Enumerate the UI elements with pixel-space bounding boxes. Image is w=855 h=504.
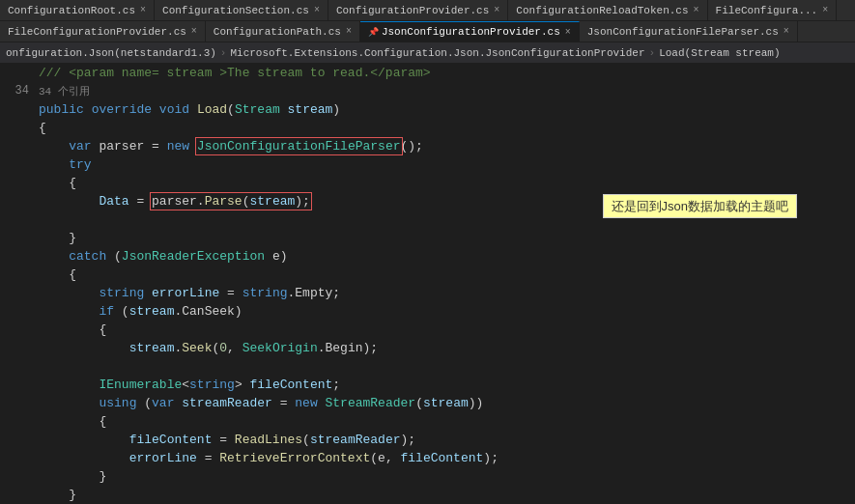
code-line-using: using (var streamReader = new StreamRead… [0, 394, 855, 412]
close-icon[interactable]: × [346, 26, 352, 37]
code-line-using-close: } [0, 467, 855, 486]
tab-label: JsonConfigurationFileParser.cs [587, 26, 779, 38]
code-line-comment: /// <param name= stream >The stream to r… [0, 64, 855, 82]
code-line-retrieveerror: errorLine = RetrieveErrorContext(e, file… [0, 449, 855, 467]
breadcrumb-part3[interactable]: Load(Stream stream) [659, 47, 780, 59]
tab-configurationreloadtoken[interactable]: ConfigurationReloadToken.cs × [508, 0, 707, 21]
tab-configurationroot[interactable]: ConfigurationRoot.cs × [0, 0, 155, 21]
tab-jsonconfigprovider[interactable]: 📌 JsonConfigurationProvider.cs × [360, 21, 580, 42]
tab-label: ConfigurationRoot.cs [8, 5, 135, 16]
breadcrumb-part1[interactable]: onfiguration.Json(netstandard1.3) [6, 47, 216, 59]
code-line-catch-open: { [0, 266, 855, 284]
close-icon[interactable]: × [784, 26, 789, 37]
code-line-parser-init: var parser = new JsonConfigurationFilePa… [0, 137, 855, 155]
code-line-method-sig: public override void Load(Stream stream) [0, 100, 855, 119]
close-icon[interactable]: × [191, 26, 197, 37]
close-icon[interactable]: × [494, 5, 499, 15]
tab-configpath[interactable]: ConfigurationPath.cs × [206, 21, 360, 42]
code-line-ienumerable: IEnumerable<string> fileContent; [0, 376, 855, 394]
pin-icon: 📌 [368, 27, 379, 38]
code-line-using-open: { [0, 412, 855, 431]
close-icon[interactable]: × [314, 5, 320, 15]
breadcrumb-part2[interactable]: Microsoft.Extensions.Configuration.Json.… [230, 47, 644, 59]
code-line-parse: Data = parser.Parse(stream); 还是回到Json数据加… [0, 192, 855, 229]
code-area: /// <param name= stream >The stream to r… [0, 64, 855, 504]
tab-configurationsection[interactable]: ConfigurationSection.cs × [155, 0, 328, 21]
tab-bar-row1: ConfigurationRoot.cs × ConfigurationSect… [0, 0, 855, 21]
code-line-try-open: { [0, 174, 855, 192]
code-line-try: try [0, 155, 855, 174]
tab-configurationprovider[interactable]: ConfigurationProvider.cs × [328, 0, 508, 21]
code-line-try-close: } [0, 229, 855, 247]
breadcrumb: onfiguration.Json(netstandard1.3) › Micr… [0, 42, 855, 64]
breadcrumb-sep1: › [220, 47, 227, 59]
tab-label: ConfigurationSection.cs [162, 5, 309, 16]
tab-label: ConfigurationProvider.cs [336, 5, 489, 16]
tab-bar-row2: FileConfigurationProvider.cs × Configura… [0, 21, 855, 42]
close-icon[interactable]: × [694, 5, 699, 15]
close-icon[interactable]: × [565, 27, 571, 38]
code-line-catch-close: } [0, 486, 855, 504]
code-line-if-open: { [0, 321, 855, 339]
tab-label: FileConfigurationProvider.cs [8, 26, 186, 38]
code-line-catch: catch (JsonReaderException e) [0, 247, 855, 266]
tab-fileconfig[interactable]: FileConfigura... × [708, 0, 838, 21]
tab-fileconfigprovider[interactable]: FileConfigurationProvider.cs × [0, 21, 206, 42]
tab-jsonconfigfileparser[interactable]: JsonConfigurationFileParser.cs × [580, 21, 798, 42]
tab-label: ConfigurationReloadToken.cs [516, 5, 688, 16]
tab-label: ConfigurationPath.cs [214, 26, 341, 38]
code-editor: /// <param name= stream >The stream to r… [0, 64, 855, 504]
annotation-bubble: 还是回到Json数据加载的主题吧 [603, 194, 797, 218]
code-line-readlines: fileContent = ReadLines(streamReader); [0, 431, 855, 449]
code-line-seek: stream.Seek(0, SeekOrigin.Begin); [0, 339, 855, 357]
code-line-if-canseek: if (stream.CanSeek) [0, 302, 855, 321]
close-icon[interactable]: × [822, 5, 828, 15]
code-line-open-brace: { [0, 119, 855, 137]
breadcrumb-sep2: › [649, 47, 656, 59]
tab-label: FileConfigura... [716, 5, 818, 16]
close-icon[interactable]: × [140, 5, 146, 15]
code-line-errorline: string errorLine = string.Empty; [0, 284, 855, 302]
code-line-empty1 [0, 357, 855, 376]
code-line-refs: 34 34 个引用 [0, 82, 855, 100]
tab-label: JsonConfigurationProvider.cs [382, 26, 560, 38]
